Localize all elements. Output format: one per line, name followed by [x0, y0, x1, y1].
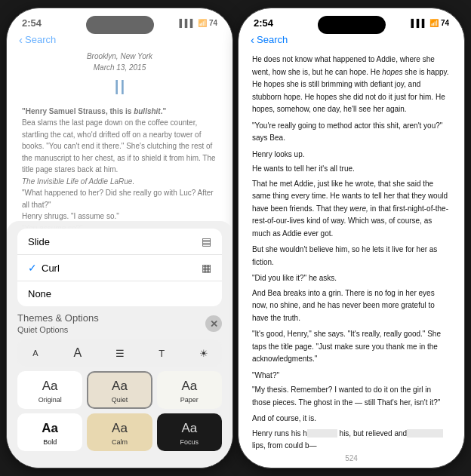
left-back-button[interactable]: ‹ Search	[19, 33, 56, 46]
right-screen: 2:54 ▌▌▌ 📶 74 ‹ Search He does not know …	[239, 8, 464, 468]
theme-label-quiet: Quiet	[112, 396, 128, 404]
right-status-icons: ▌▌▌ 📶 74	[411, 19, 449, 27]
wifi-icon: 📶	[198, 19, 207, 27]
dynamic-island-left	[86, 16, 154, 34]
dynamic-island-right	[318, 16, 386, 34]
right-phone: 2:54 ▌▌▌ 📶 74 ‹ Search He does not know …	[238, 8, 465, 468]
slide-icon: ▤	[202, 235, 211, 247]
theme-aa-calm: Aa	[93, 421, 146, 436]
right-back-button[interactable]: ‹ Search	[251, 33, 288, 46]
font-size-increase-button[interactable]: A	[66, 342, 90, 364]
left-phone: 2:54 ▌▌▌ 📶 74 ‹ Search Brooklyn, New	[6, 8, 233, 468]
right-wifi-icon: 📶	[429, 19, 439, 27]
theme-aa-bold: Aa	[23, 421, 76, 436]
theme-label-original: Original	[38, 396, 62, 404]
themes-title-text: Themes & Options	[17, 312, 99, 324]
reading-text: He does not know what happened to Addie,…	[252, 54, 451, 450]
line-spacing-button[interactable]: ☰	[108, 342, 132, 364]
close-button[interactable]: ✕	[205, 315, 222, 332]
themes-title: Themes & Options Quiet Options	[17, 312, 99, 335]
check-icon: ✓	[28, 262, 37, 274]
right-back-label: Search	[257, 34, 288, 45]
themes-header: Themes & Options Quiet Options ✕	[17, 312, 222, 335]
book-location: Brooklyn, New YorkMarch 13, 2015	[22, 51, 217, 73]
reading-content: He does not know what happened to Addie,…	[239, 51, 464, 450]
book-header: Brooklyn, New YorkMarch 13, 2015 II	[22, 51, 217, 100]
right-nav-bar: ‹ Search	[239, 32, 464, 51]
app-container: 2:54 ▌▌▌ 📶 74 ‹ Search Brooklyn, New	[0, 0, 471, 476]
right-time: 2:54	[254, 17, 273, 29]
brightness-button[interactable]: ☀	[192, 342, 216, 364]
theme-label-bold: Bold	[43, 438, 57, 446]
theme-focus[interactable]: Aa Focus	[157, 413, 222, 451]
book-chapter: II	[22, 76, 217, 100]
theme-label-focus: Focus	[180, 438, 199, 446]
battery-icon: 74	[209, 19, 217, 27]
font-size-decrease-button[interactable]: A	[23, 342, 48, 364]
theme-aa-original: Aa	[23, 379, 76, 394]
themes-subtitle: Quiet Options	[17, 325, 68, 334]
curl-label: Curl	[42, 263, 60, 274]
theme-label-calm: Calm	[112, 438, 128, 446]
theme-original[interactable]: Aa Original	[17, 371, 82, 409]
slide-label: Slide	[28, 236, 50, 247]
book-content: Brooklyn, New YorkMarch 13, 2015 II "Hen…	[7, 51, 232, 246]
font-toolbar: A A ☰ T ☀	[17, 339, 222, 367]
right-battery-icon: 74	[441, 19, 449, 27]
back-label: Search	[25, 34, 56, 45]
page-number: 524	[239, 450, 464, 467]
theme-calm[interactable]: Aa Calm	[87, 413, 152, 451]
theme-aa-paper: Aa	[163, 379, 216, 394]
theme-bold[interactable]: Aa Bold	[17, 413, 82, 451]
slide-options-list: Slide ▤ ✓ Curl ▦ None	[17, 229, 222, 306]
curl-icon: ▦	[202, 262, 211, 274]
theme-label-paper: Paper	[180, 396, 199, 404]
left-status-icons: ▌▌▌ 📶 74	[180, 19, 217, 27]
slide-option-none[interactable]: None	[17, 281, 222, 306]
font-button[interactable]: T	[149, 342, 174, 364]
overlay-panel: Slide ▤ ✓ Curl ▦ None	[7, 221, 232, 468]
theme-aa-focus: Aa	[163, 421, 216, 436]
theme-aa-quiet: Aa	[93, 379, 146, 394]
slide-option-curl[interactable]: ✓ Curl ▦	[17, 255, 222, 281]
theme-grid: Aa Original Aa Quiet Aa Paper Aa Bold	[17, 371, 222, 451]
left-time: 2:54	[22, 17, 42, 29]
right-back-chevron-icon: ‹	[251, 33, 254, 46]
left-screen: 2:54 ▌▌▌ 📶 74 ‹ Search Brooklyn, New	[7, 8, 232, 468]
option-left-curl: ✓ Curl	[28, 262, 60, 274]
none-label: None	[28, 288, 51, 299]
theme-quiet[interactable]: Aa Quiet	[87, 371, 152, 409]
left-nav-bar: ‹ Search	[7, 32, 232, 51]
signal-icon: ▌▌▌	[180, 19, 195, 27]
slide-option-slide[interactable]: Slide ▤	[17, 229, 222, 255]
right-signal-icon: ▌▌▌	[411, 19, 427, 27]
theme-paper[interactable]: Aa Paper	[157, 371, 222, 409]
option-left-none: None	[28, 288, 51, 299]
back-chevron-icon: ‹	[19, 33, 23, 46]
option-left-slide: Slide	[28, 236, 50, 247]
